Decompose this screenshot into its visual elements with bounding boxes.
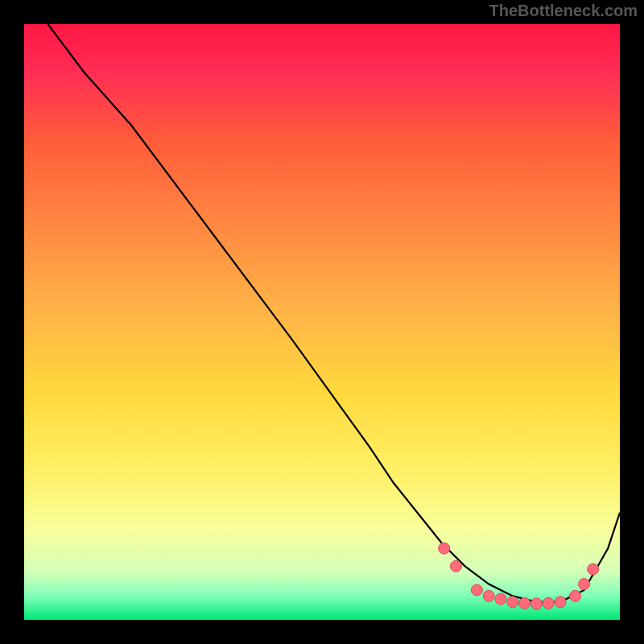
- marker-dot: [483, 590, 494, 601]
- watermark: TheBottleneck.com: [489, 2, 638, 20]
- marker-dot: [579, 579, 590, 590]
- plot-area: [24, 24, 620, 620]
- marker-dot: [555, 597, 566, 608]
- marker-dot: [570, 590, 581, 601]
- marker-dot: [451, 560, 462, 572]
- marker-dot: [495, 593, 506, 605]
- marker-dot: [507, 597, 518, 608]
- chart-svg: [24, 24, 620, 620]
- marker-dot: [530, 598, 542, 609]
- marker-dot: [543, 597, 554, 609]
- marker-group: [439, 543, 599, 609]
- marker-dot: [471, 584, 482, 596]
- marker-dot: [439, 543, 450, 554]
- marker-dot: [588, 564, 599, 575]
- marker-dot: [519, 597, 530, 609]
- curve-line: [48, 24, 620, 602]
